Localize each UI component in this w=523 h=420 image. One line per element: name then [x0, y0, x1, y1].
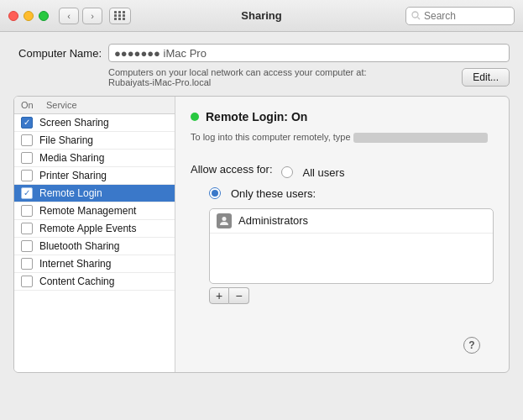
computer-name-subtext: Computers on your local network can acce…	[108, 67, 453, 87]
search-icon	[411, 11, 421, 20]
window-title: Sharing	[241, 9, 281, 22]
remove-user-button[interactable]: −	[229, 287, 249, 304]
status-desc: To log into this computer remotely, type	[191, 130, 494, 144]
service-header-on: On	[21, 100, 46, 110]
service-list-header: On Service	[14, 97, 175, 114]
service-item[interactable]: Content Caching	[14, 273, 175, 291]
all-users-label: All users	[303, 166, 345, 179]
service-item[interactable]: Printer Sharing	[14, 167, 175, 185]
bottom-bar: ?	[191, 304, 494, 360]
service-item[interactable]: Media Sharing	[14, 150, 175, 167]
computer-name-label: Computer Name:	[13, 47, 102, 60]
right-panel: Remote Login: On To log into this comput…	[175, 97, 509, 372]
service-item[interactable]: Remote Login	[14, 185, 175, 202]
svg-line-1	[418, 18, 421, 20]
status-dot	[191, 113, 199, 121]
only-these-users-row: Only these users:	[191, 187, 494, 200]
access-for-row: Allow access for: All users	[191, 163, 494, 182]
edit-button[interactable]: Edit...	[462, 68, 510, 87]
forward-button[interactable]: ›	[82, 8, 102, 24]
service-checkbox[interactable]	[21, 223, 33, 234]
service-items-list: Screen SharingFile SharingMedia SharingP…	[14, 114, 175, 291]
service-name: Remote Apple Events	[39, 223, 136, 234]
main-content: Computer Name: Computers on your local n…	[0, 32, 523, 381]
service-item[interactable]: Bluetooth Sharing	[14, 238, 175, 255]
computer-name-subrow: Computers on your local network can acce…	[13, 67, 510, 87]
service-list: On Service Screen SharingFile SharingMed…	[14, 97, 175, 372]
users-box: Administrators	[209, 208, 494, 284]
computer-name-input[interactable]	[108, 44, 510, 62]
service-checkbox[interactable]	[21, 117, 33, 129]
maximize-button[interactable]	[39, 11, 49, 21]
service-checkbox[interactable]	[21, 187, 33, 199]
masked-address	[353, 133, 488, 143]
service-checkbox[interactable]	[21, 276, 33, 287]
status-row: Remote Login: On	[191, 110, 494, 123]
service-name: Remote Login	[39, 187, 102, 199]
service-checkbox[interactable]	[21, 170, 33, 181]
add-user-button[interactable]: +	[209, 287, 229, 304]
only-these-users-label: Only these users:	[231, 187, 316, 200]
all-users-radio[interactable]	[281, 166, 293, 178]
search-input[interactable]	[424, 10, 509, 22]
users-box-item[interactable]: Administrators	[210, 209, 493, 234]
status-title: Remote Login: On	[206, 110, 307, 123]
service-item[interactable]: File Sharing	[14, 132, 175, 150]
service-name: Screen Sharing	[39, 117, 109, 129]
grid-button[interactable]	[109, 8, 131, 24]
service-name: Printer Sharing	[39, 170, 107, 181]
service-header-label: Service	[46, 100, 168, 110]
traffic-lights	[8, 11, 49, 21]
access-label: Allow access for:	[191, 163, 273, 176]
back-button[interactable]: ‹	[59, 8, 79, 24]
computer-name-row: Computer Name:	[13, 44, 510, 62]
service-checkbox[interactable]	[21, 258, 33, 270]
service-checkbox[interactable]	[21, 152, 33, 164]
service-item[interactable]: Remote Apple Events	[14, 220, 175, 238]
only-these-users-radio[interactable]	[209, 187, 221, 199]
service-checkbox[interactable]	[21, 205, 33, 217]
service-name: Internet Sharing	[39, 258, 111, 270]
svg-point-2	[222, 217, 227, 221]
svg-point-0	[412, 12, 418, 18]
service-item[interactable]: Screen Sharing	[14, 114, 175, 132]
access-section: Allow access for: All users Only these u…	[191, 163, 494, 205]
users-icon	[217, 213, 232, 228]
minimize-button[interactable]	[24, 11, 34, 21]
service-item[interactable]: Remote Management	[14, 202, 175, 220]
search-box[interactable]	[405, 7, 515, 25]
help-button[interactable]: ?	[463, 337, 480, 354]
service-checkbox[interactable]	[21, 134, 33, 146]
users-box-buttons: + −	[209, 287, 494, 304]
service-name: Bluetooth Sharing	[39, 240, 119, 252]
service-name: Media Sharing	[39, 152, 104, 164]
nav-buttons: ‹ ›	[59, 8, 102, 24]
service-checkbox[interactable]	[21, 240, 33, 252]
service-item[interactable]: Internet Sharing	[14, 255, 175, 273]
service-name: File Sharing	[39, 134, 93, 146]
titlebar: ‹ › Sharing	[0, 0, 523, 32]
service-name: Remote Management	[39, 205, 136, 217]
close-button[interactable]	[8, 11, 18, 21]
service-name: Content Caching	[39, 276, 114, 287]
user-name: Administrators	[238, 214, 308, 227]
main-panel: On Service Screen SharingFile SharingMed…	[13, 96, 510, 373]
